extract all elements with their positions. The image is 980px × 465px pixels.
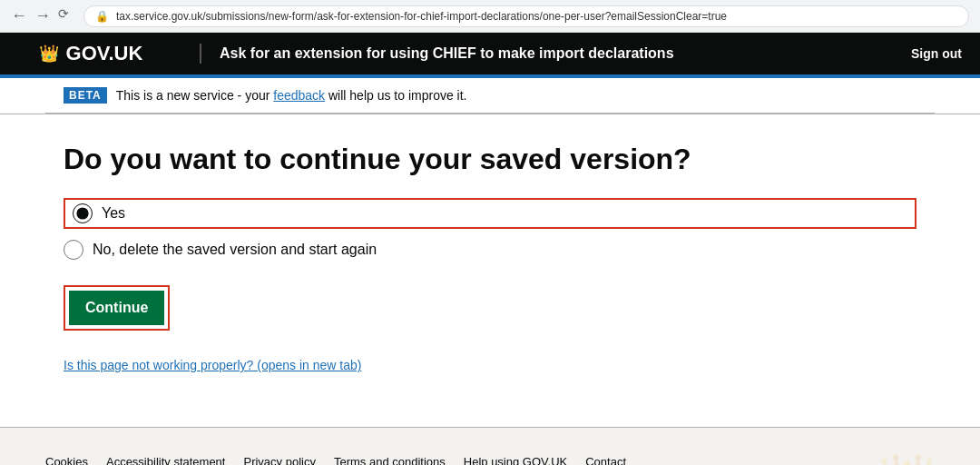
sign-out-button[interactable]: Sign out [911, 46, 962, 61]
gov-uk-label: GOV.UK [66, 42, 143, 65]
page-header: 👑 GOV.UK Ask for an extension for using … [0, 33, 980, 74]
continue-button-highlight: Continue [64, 285, 170, 331]
url-input-bar[interactable]: 🔒 tax.service.gov.uk/submissions/new-for… [83, 5, 969, 27]
footer-link-accessibility[interactable]: Accessibility statement [106, 455, 226, 465]
footer-inner: Cookies Accessibility statement Privacy … [45, 455, 935, 465]
radio-no-input[interactable] [64, 240, 83, 260]
forward-icon[interactable]: → [34, 6, 51, 25]
radio-group: Yes No, delete the saved version and sta… [64, 198, 916, 260]
footer-link-terms[interactable]: Terms and conditions [334, 455, 446, 465]
url-text: tax.service.gov.uk/submissions/new-form/… [116, 10, 727, 23]
back-icon[interactable]: ← [11, 6, 27, 25]
service-title: Ask for an extension for using CHIEF to … [200, 44, 911, 64]
footer-link-cookies[interactable]: Cookies [45, 455, 88, 465]
radio-no-container: No, delete the saved version and start a… [64, 240, 916, 260]
beta-text: This is a new service - your feedback wi… [116, 88, 467, 103]
page-footer: Cookies Accessibility statement Privacy … [0, 428, 980, 465]
feedback-link[interactable]: feedback [273, 88, 325, 103]
continue-button[interactable]: Continue [69, 291, 164, 325]
footer-link-privacy[interactable]: Privacy policy [243, 455, 315, 465]
radio-yes-input[interactable] [73, 203, 93, 223]
radio-yes-container: Yes [64, 198, 916, 229]
browser-nav-buttons[interactable]: ← → ⟳ [11, 6, 69, 25]
beta-banner: BETA This is a new service - your feedba… [45, 78, 935, 114]
beta-tag: BETA [64, 87, 107, 104]
footer-links-row-1: Cookies Accessibility statement Privacy … [45, 455, 626, 465]
lock-icon: 🔒 [95, 10, 109, 23]
refresh-icon[interactable]: ⟳ [58, 6, 69, 25]
footer-link-help[interactable]: Help using GOV.UK [464, 455, 567, 465]
gov-uk-logo: 👑 GOV.UK [18, 42, 163, 65]
page-heading: Do you want to continue your saved versi… [64, 142, 916, 176]
crown-icon: 👑 [39, 44, 59, 64]
page-problem-link[interactable]: Is this page not working properly? (open… [64, 358, 916, 372]
main-content: Do you want to continue your saved versi… [45, 114, 935, 400]
footer-links: Cookies Accessibility statement Privacy … [45, 455, 626, 465]
radio-no-label[interactable]: No, delete the saved version and start a… [93, 242, 377, 258]
footer-link-contact[interactable]: Contact [585, 455, 626, 465]
browser-url-bar: ← → ⟳ 🔒 tax.service.gov.uk/submissions/n… [0, 0, 980, 33]
radio-yes-label[interactable]: Yes [102, 205, 125, 222]
gov-crest-icon: 👑 [878, 455, 935, 465]
